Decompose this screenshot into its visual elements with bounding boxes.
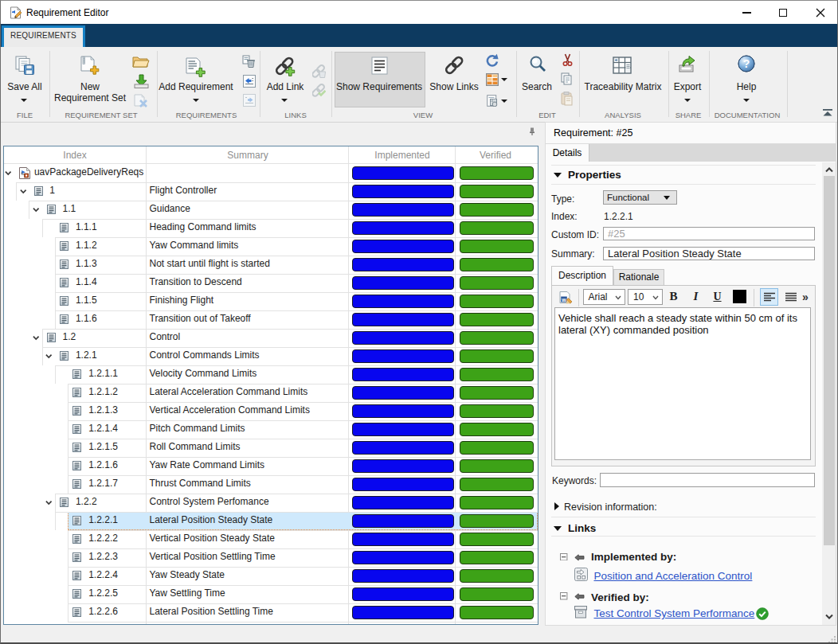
svg-text:?: ? — [743, 57, 750, 70]
svg-text:w: w — [561, 297, 566, 302]
